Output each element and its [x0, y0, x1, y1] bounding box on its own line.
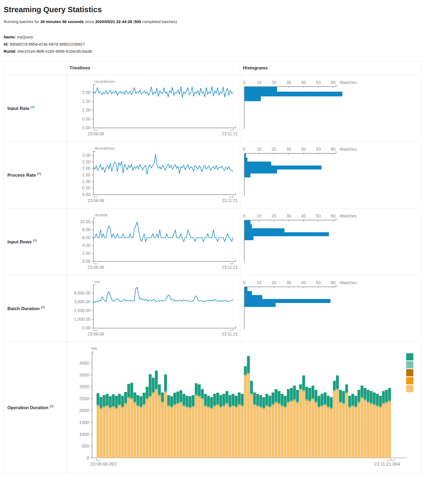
input-rows-histogram-chart: 0102030405060#batches: [240, 208, 421, 275]
svg-text:1,000.00: 1,000.00: [74, 317, 90, 322]
svg-text:#batches: #batches: [340, 147, 357, 151]
svg-text:0.00: 0.00: [82, 326, 90, 330]
process-rate-timeline-chart: records/sec3.002.502.001.501.000.500.002…: [67, 142, 240, 208]
query-metadata: Name: myQuery Id: 9d0dd219-995d-423e-b97…: [4, 33, 444, 55]
svg-text:2.00: 2.00: [82, 251, 90, 256]
svg-text:2.00: 2.00: [82, 90, 90, 95]
svg-text:10: 10: [257, 214, 261, 218]
process-rate-help-link[interactable]: (?): [37, 172, 41, 175]
completed-batches-count: 505: [135, 19, 141, 24]
query-runid: 04e101e6-8bf8-4165-9099-9104c951ba3b: [17, 49, 92, 53]
svg-text:10: 10: [257, 80, 261, 85]
input-rate-help-link[interactable]: (?): [31, 105, 34, 109]
svg-text:1.50: 1.50: [82, 173, 90, 177]
start-timestamp: 2020/05/21 22:44:28: [95, 19, 132, 24]
svg-text:60: 60: [331, 147, 336, 151]
svg-text:0: 0: [87, 456, 89, 461]
row-label: Batch Duration: [7, 306, 40, 311]
svg-text:30: 30: [286, 280, 291, 285]
svg-text:records: records: [94, 213, 108, 217]
input-rate-row: Input Rate (?) records/sec2.001.501.000.…: [4, 75, 421, 142]
svg-text:30: 30: [286, 214, 291, 218]
svg-text:30: 30: [286, 147, 291, 151]
svg-text:4.00: 4.00: [82, 243, 90, 248]
operation-duration-legend: [406, 353, 413, 393]
svg-text:20: 20: [271, 280, 276, 285]
svg-text:4000: 4000: [79, 361, 89, 366]
svg-text:3.00: 3.00: [82, 153, 90, 158]
svg-text:10: 10: [257, 280, 261, 285]
svg-text:0.00: 0.00: [82, 259, 90, 264]
svg-text:0.50: 0.50: [82, 186, 90, 190]
svg-text:0.00: 0.00: [82, 126, 90, 130]
svg-text:1.50: 1.50: [82, 99, 90, 104]
query-name-line: Name: myQuery: [4, 33, 444, 41]
svg-text:10.00: 10.00: [80, 220, 90, 224]
svg-text:60: 60: [331, 80, 336, 85]
svg-text:20: 20: [271, 80, 276, 85]
svg-text:40: 40: [301, 80, 306, 85]
svg-text:40: 40: [301, 214, 306, 218]
svg-text:ms: ms: [94, 279, 100, 284]
svg-text:10: 10: [257, 147, 261, 151]
running-duration: 26 minutes 56 seconds: [40, 19, 84, 24]
row-label: Operation Duration: [7, 405, 48, 410]
svg-text:1500: 1500: [79, 420, 89, 425]
legend-swatch: [406, 353, 413, 360]
batch-duration-row: Batch Duration (?) ms4,000.003,000.002,0…: [4, 275, 421, 342]
query-runid-line: RunId: 04e101e6-8bf8-4165-9099-9104c951b…: [4, 48, 444, 55]
svg-text:3,000.00: 3,000.00: [74, 300, 90, 304]
input-rate-label-cell: Input Rate (?): [4, 75, 67, 142]
svg-text:20: 20: [271, 147, 276, 151]
input-rows-row: Input Rows (?) records10.008.006.004.002…: [4, 208, 421, 275]
svg-text:60: 60: [331, 280, 336, 285]
svg-text:23:06:06.093: 23:06:06.093: [90, 462, 116, 467]
timelines-header: Timelines: [67, 61, 240, 75]
svg-text:0: 0: [243, 147, 246, 151]
input-rows-help-link[interactable]: (?): [33, 239, 37, 242]
operation-duration-help-link[interactable]: (?): [50, 405, 53, 408]
row-label: Process Rate: [7, 172, 36, 177]
svg-text:records/sec: records/sec: [94, 79, 115, 84]
svg-text:60: 60: [331, 214, 336, 218]
svg-text:ms: ms: [91, 346, 97, 351]
running-batches-summary: Running batches for 26 minutes 56 second…: [4, 19, 444, 24]
operation-duration-row: Operation Duration (?) ms400035003000250…: [4, 342, 421, 474]
svg-text:3500: 3500: [79, 373, 89, 378]
svg-text:20: 20: [271, 214, 276, 218]
svg-text:40: 40: [301, 147, 306, 151]
svg-text:23:06:06: 23:06:06: [88, 132, 104, 136]
svg-text:2.00: 2.00: [82, 166, 90, 171]
process-rate-label-cell: Process Rate (?): [4, 142, 67, 208]
svg-text:#batches: #batches: [340, 214, 357, 218]
svg-text:2,000.00: 2,000.00: [74, 308, 90, 313]
svg-text:50: 50: [316, 214, 321, 218]
legend-swatch: [406, 369, 413, 376]
svg-text:23:06:06: 23:06:06: [88, 265, 104, 270]
svg-text:#batches: #batches: [340, 80, 357, 85]
row-label: Input Rate: [7, 106, 29, 111]
batch-duration-help-link[interactable]: (?): [41, 306, 45, 309]
operation-duration-stacked-chart: ms4000350030002500200015001000500023:06:…: [67, 344, 421, 473]
svg-text:3000: 3000: [79, 384, 89, 389]
svg-text:records/sec: records/sec: [94, 146, 115, 150]
statistics-table: Timelines Histograms Input Rate (?) reco…: [4, 61, 421, 474]
svg-text:8.00: 8.00: [82, 227, 90, 232]
svg-text:40: 40: [301, 280, 306, 285]
svg-text:0: 0: [243, 80, 246, 85]
svg-text:4,000.00: 4,000.00: [74, 291, 90, 295]
svg-text:2500: 2500: [79, 396, 89, 401]
batch-duration-label-cell: Batch Duration (?): [4, 275, 67, 342]
svg-text:500: 500: [82, 444, 89, 449]
svg-text:0.50: 0.50: [82, 117, 90, 121]
svg-text:#batches: #batches: [340, 280, 357, 285]
svg-text:50: 50: [316, 280, 321, 285]
query-id: 9d0dd219-995d-423e-b97d-36931110bb27: [10, 42, 85, 46]
svg-text:2000: 2000: [79, 408, 89, 413]
svg-text:1.00: 1.00: [82, 179, 90, 184]
query-id-line: Id: 9d0dd219-995d-423e-b97d-36931110bb27: [4, 41, 444, 48]
svg-text:2.50: 2.50: [82, 160, 90, 164]
svg-text:0.00: 0.00: [82, 192, 90, 197]
svg-text:0: 0: [243, 214, 246, 218]
histograms-header: Histograms: [240, 61, 421, 75]
